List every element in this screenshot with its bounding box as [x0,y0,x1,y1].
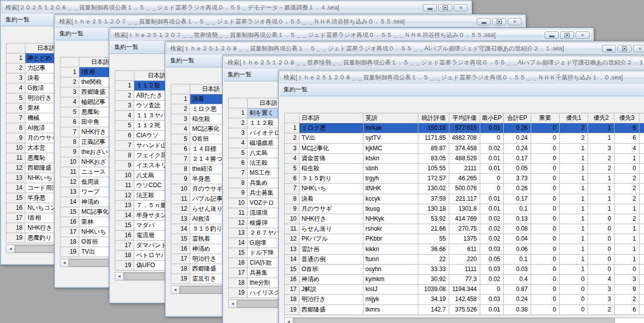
row-number-cell[interactable]: 15 [115,221,134,231]
table-cell[interactable] [640,264,644,274]
table-cell[interactable]: 1 [615,204,640,214]
horizontal-scrollbar[interactable]: ◄ [284,318,644,323]
table-cell[interactable]: 1 [615,234,640,244]
table-cell[interactable]: 0.03 [504,264,531,274]
table-cell[interactable] [640,305,644,315]
table-cell[interactable]: 0.38 [504,305,531,315]
table-cell[interactable]: 3.73 [504,174,531,184]
table-cell[interactable]: 0 [531,133,560,143]
table-cell[interactable]: 0.24 [504,143,531,153]
row-number-header[interactable] [229,98,248,108]
row-number-cell[interactable]: 3 [6,73,25,83]
row-number-cell[interactable]: 6 [229,158,248,168]
table-cell[interactable]: 0.01 [480,305,504,315]
window-titlebar[interactable]: 検索[ｔｈｅ２５１２０７＿＿世界情勢＿＿質量制御再現公表１．５＿＿ジェド霊界ラジ… [110,29,593,41]
row-number-cell[interactable]: 10 [229,198,248,208]
table-cell[interactable]: 0 [480,285,504,295]
column-header[interactable]: 日本語 [300,113,363,123]
row-number-cell[interactable]: 2 [229,118,248,128]
row-number-cell[interactable]: 8 [115,151,134,161]
row-number-cell[interactable]: 5 [171,134,190,144]
table-cell[interactable]: 34.19 [418,295,449,305]
row-number-header[interactable] [115,71,134,81]
table-cell[interactable]: 1 [560,153,588,163]
row-number-cell[interactable]: 10 [6,143,25,153]
table-cell[interactable]: 0.26 [504,123,531,133]
table-cell[interactable]: 89.87 [418,143,449,153]
table-cell[interactable]: 3 [588,285,615,295]
table-cell[interactable]: 2 [588,163,615,173]
table-cell[interactable]: 0 [588,224,615,234]
table-cell[interactable]: 0.26 [504,184,531,194]
table-cell[interactable]: 6 [615,133,640,143]
row-number-cell[interactable]: 11 [60,167,79,177]
table-cell[interactable]: 0.01 [480,194,504,204]
row-number-cell[interactable]: 3 [285,143,300,153]
row-number-cell[interactable]: 19 [229,288,248,298]
table-cell[interactable]: 130.02 [418,184,449,194]
table-cell[interactable]: 普通の例 [300,254,363,264]
table-cell[interactable]: 1 [560,204,588,214]
row-number-cell[interactable]: 19 [6,233,25,243]
table-cell[interactable]: kymkm [363,275,418,285]
table-cell[interactable]: 0 [588,234,615,244]
table-cell[interactable]: 0.02 [480,275,504,285]
table-cell[interactable]: 1 [615,254,640,264]
table-cell[interactable]: 0.1 [504,254,531,264]
table-cell[interactable]: itNHK [363,184,418,194]
row-number-header[interactable] [285,113,300,123]
column-header[interactable]: 合計EP [504,113,531,123]
row-number-cell[interactable]: 2 [6,63,25,73]
table-cell[interactable]: 142.7 [418,305,449,315]
table-cell[interactable]: 2 [560,123,588,133]
close-button[interactable]: × [508,18,522,25]
row-number-cell[interactable]: 14 [6,183,25,193]
scroll-left-button[interactable]: ◄ [171,286,180,294]
scrollbar-thumb[interactable] [15,245,59,253]
table-cell[interactable] [640,244,644,254]
row-number-cell[interactable]: 3 [229,128,248,138]
table-cell[interactable]: 0 [531,254,560,264]
table-cell[interactable]: 0 [531,234,560,244]
table-cell[interactable]: 0 [480,133,504,143]
table-cell[interactable]: 1 [560,264,588,274]
table-cell[interactable] [640,234,644,244]
scroll-left-button[interactable]: ◄ [229,300,237,308]
table-cell[interactable]: 414.769 [449,214,480,224]
table-cell[interactable]: 1171.85 [418,133,449,143]
column-header[interactable]: 英語 [363,113,418,123]
row-number-cell[interactable]: 9 [115,161,134,171]
table-cell[interactable] [640,133,644,143]
row-number-cell[interactable]: 15 [229,248,248,258]
row-number-cell[interactable]: 18 [60,237,79,247]
row-number-cell[interactable]: 4 [115,111,134,121]
row-number-cell[interactable]: 9 [60,147,79,157]
table-cell[interactable]: 0 [531,275,560,285]
table-cell[interactable]: 3 [588,295,615,305]
row-number-cell[interactable]: 16 [171,244,190,254]
table-cell[interactable]: PKbbr [363,234,418,244]
table-cell[interactable]: 1 [588,184,615,194]
table-cell[interactable]: ミロク悪 [300,123,363,133]
table-cell[interactable]: 0.1 [504,204,531,214]
table-cell[interactable]: 1111 [449,264,480,274]
table-cell[interactable]: 105.55 [418,163,449,173]
table-cell[interactable]: 83.05 [418,153,449,163]
close-button[interactable]: × [633,45,644,52]
row-number-cell[interactable]: 17 [285,285,300,295]
column-header[interactable]: 平均評価 [449,113,480,123]
table-cell[interactable] [640,275,644,285]
table-cell[interactable] [640,163,644,173]
window-titlebar[interactable]: 検索[ｔｈｅ２５１２０８＿＿世界情勢＿＿質量制御再現公表１．５＿＿ジェド霊界ラジ… [224,56,644,68]
table-cell[interactable]: 0 [588,264,615,274]
row-number-cell[interactable]: 19 [285,305,300,315]
minimize-button[interactable] [602,45,616,52]
row-number-cell[interactable]: 5 [115,121,134,131]
table-cell[interactable]: 決着 [300,194,363,204]
table-cell[interactable]: 0 [588,254,615,264]
row-number-cell[interactable]: 19 [60,247,79,257]
row-number-cell[interactable]: 16 [115,231,134,241]
table-cell[interactable]: PKバブル [300,234,363,244]
table-cell[interactable]: 0.02 [480,214,504,224]
row-number-cell[interactable]: 7 [6,113,25,123]
